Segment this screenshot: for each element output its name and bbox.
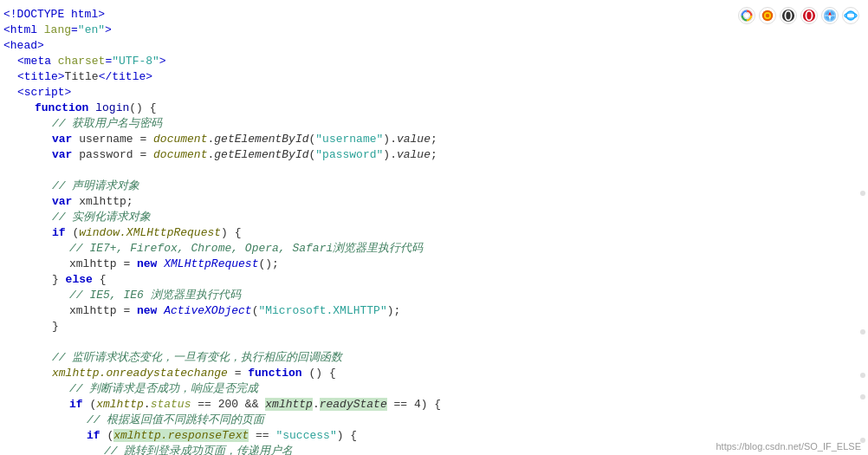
code-line-12: // 声明请求对象 [0,179,868,194]
code-text: xmlhttp = new ActiveXObject("Microsoft.X… [69,303,400,319]
firefox-icon[interactable] [759,7,776,24]
code-line-2: <html lang="en"> [0,23,868,38]
scrollbar-dot-2 [860,329,865,335]
svg-rect-18 [848,15,852,16]
chrome-icon[interactable] [738,7,755,24]
code-text: <head> [3,38,44,54]
code-line-21: } [0,319,868,335]
code-text: // 监听请求状态变化，一旦有变化，执行相应的回调函数 [52,350,342,366]
code-line-17: xmlhttp = new XMLHttpRequest(); [0,257,868,272]
code-line-26: if (xmlhttp.status == 200 && xmlhttp.rea… [0,397,868,413]
code-line-8: // 获取用户名与密码 [0,116,868,132]
code-text: // IE5, IE6 浏览器里执行代码 [69,288,241,303]
code-line-16: // IE7+, Firefox, Chrome, Opera, Safari浏… [0,241,868,257]
code-line-27: // 根据返回值不同跳转不同的页面 [0,413,868,428]
code-text: function login() { [35,101,156,116]
opera-dark-icon[interactable] [780,7,797,24]
code-text: <meta charset="UTF-8"> [17,54,166,69]
code-line-3: <head> [0,38,868,54]
watermark-link: https://blog.csdn.net/SO_IF_ELSE [716,441,861,452]
scrollbar-dot-1 [860,191,865,196]
code-line-23: // 监听请求状态变化，一旦有变化，执行相应的回调函数 [0,350,868,366]
code-line-15: if (window.XMLHttpRequest) { [0,225,868,241]
scrollbar-dot-3 [860,373,865,378]
code-line-10: var password = document.getElementById("… [0,147,868,163]
code-text: <html lang="en"> [3,23,112,38]
code-text: // 根据返回值不同跳转不同的页面 [87,413,264,428]
code-text: xmlhttp = new XMLHttpRequest(); [69,257,279,272]
code-line-4: <meta charset="UTF-8"> [0,54,868,69]
scrollbar-dot-4 [860,394,865,400]
svg-point-5 [766,14,769,17]
code-line-empty-1 [0,163,868,179]
code-line-19: // IE5, IE6 浏览器里执行代码 [0,288,868,303]
code-text: <title>Title</title> [17,69,152,85]
safari-icon[interactable] [821,7,839,24]
code-text: // 声明请求对象 [52,179,139,194]
code-line-14: // 实例化请求对象 [0,210,868,225]
browser-icons-bar [738,7,859,24]
code-text: // IE7+, Firefox, Chrome, Opera, Safari浏… [69,241,423,257]
code-line-5: <title>Title</title> [0,69,868,85]
code-text: var password = document.getElementById("… [52,147,437,163]
code-display: <!DOCTYPE html> <html lang="en"> <head> … [0,0,868,455]
code-text: xmlhttp.onreadystatechange = function ()… [52,366,336,381]
code-line-empty-2 [0,335,868,350]
code-text: if (window.XMLHttpRequest) { [52,225,241,241]
code-line-20: xmlhttp = new ActiveXObject("Microsoft.X… [0,303,868,319]
code-text: var username = document.getElementById("… [52,132,437,147]
code-line-24: xmlhttp.onreadystatechange = function ()… [0,366,868,381]
code-line-9: var username = document.getElementById("… [0,132,868,147]
code-line-7: function login() { [0,101,868,116]
code-line-25: // 判断请求是否成功，响应是否完成 [0,381,868,397]
code-text: } [52,319,59,335]
opera-icon[interactable] [800,7,818,24]
ie-icon[interactable] [842,7,859,24]
code-text: if (xmlhttp.status == 200 && xmlhttp.rea… [69,397,441,413]
code-text: // 判断请求是否成功，响应是否完成 [69,381,258,397]
code-text: if (xmlhttp.responseText == "success") { [87,428,357,444]
code-text: <!DOCTYPE html> [3,7,105,23]
code-line-6: <script> [0,85,868,101]
code-text: // 实例化请求对象 [52,210,151,225]
code-text: // 跳转到登录成功页面，传递用户名 [104,444,293,455]
code-text: var xmlhttp; [52,194,133,210]
code-text: // 获取用户名与密码 [52,116,162,132]
code-text: <script> [17,85,71,101]
code-line-13: var xmlhttp; [0,194,868,210]
code-text: } else { [52,272,106,288]
code-line-18: } else { [0,272,868,288]
svg-point-2 [744,13,748,17]
